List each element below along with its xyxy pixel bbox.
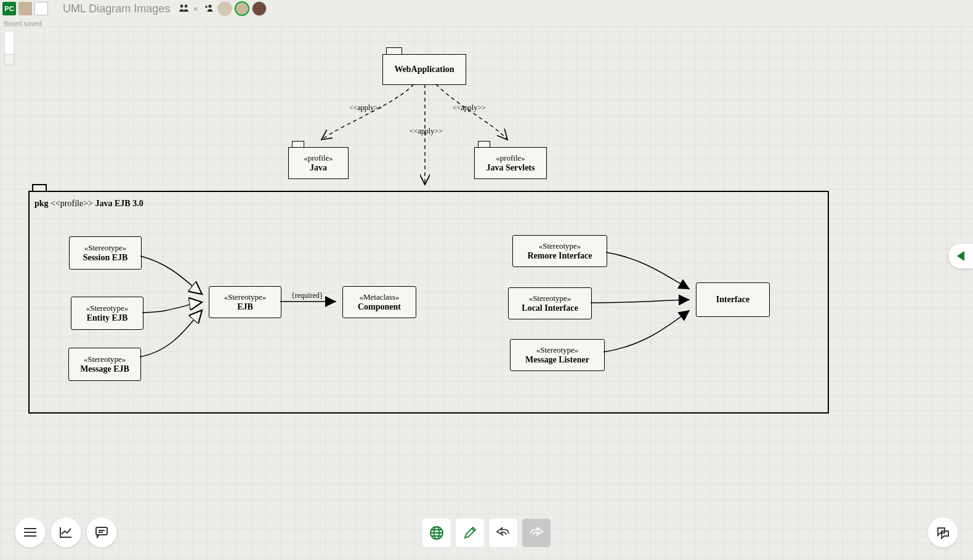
required-label: {required} — [291, 291, 323, 300]
message-listener-box[interactable]: «Stereotype» Message Listener — [510, 339, 605, 371]
local-interface-box[interactable]: «Stereotype» Local Interface — [508, 287, 592, 319]
bottom-left-toolbar — [15, 517, 117, 548]
pencil-icon — [462, 525, 478, 541]
comment-icon — [94, 526, 109, 539]
ejb-frame-label: pkg <<profile>> Java EJB 3.0 — [34, 199, 143, 209]
bottom-center-toolbar — [422, 518, 551, 548]
apply-label-2: <<apply>> — [410, 127, 443, 136]
servlets-profile[interactable]: «profile» Java Servlets — [474, 147, 547, 179]
globe-icon — [429, 525, 445, 541]
webapp-name: WebApplication — [394, 65, 454, 74]
canvas: WebApplication «profile» Java «profile» … — [0, 0, 973, 560]
undo-button[interactable] — [488, 518, 518, 548]
message-ejb-box[interactable]: «Stereotype» Message EJB — [68, 348, 141, 381]
session-ejb-box[interactable]: «Stereotype» Session EJB — [69, 236, 142, 270]
chat-icon — [935, 526, 950, 539]
interface-box[interactable]: Interface — [696, 282, 770, 317]
undo-icon — [495, 526, 511, 540]
redo-icon — [528, 526, 544, 540]
java-profile[interactable]: «profile» Java — [288, 147, 349, 179]
reveal-panel-button[interactable] — [948, 244, 973, 268]
redo-button[interactable] — [522, 518, 551, 548]
edit-button[interactable] — [455, 518, 485, 548]
remote-interface-box[interactable]: «Stereotype» Remore Interface — [512, 235, 607, 267]
triangle-left-icon — [956, 250, 966, 262]
java-stereo: «profile» — [304, 153, 333, 163]
bottom-right-toolbar — [927, 517, 958, 548]
lines-icon — [23, 526, 38, 538]
comment-tool-button[interactable] — [86, 517, 117, 548]
servlets-stereo: «profile» — [496, 153, 525, 163]
webapp-package[interactable]: WebApplication — [382, 54, 466, 85]
ejb-box[interactable]: «Stereotype» EJB — [209, 286, 281, 318]
java-name: Java — [310, 163, 327, 173]
public-button[interactable] — [422, 518, 451, 548]
apply-label-3: <<apply>> — [453, 103, 486, 113]
apply-label-1: <<apply>> — [349, 103, 382, 113]
chart-tool-button[interactable] — [50, 517, 81, 548]
servlets-name: Java Servlets — [486, 163, 535, 173]
lines-tool-button[interactable] — [15, 517, 46, 548]
entity-ejb-box[interactable]: «Stereotype» Entity EJB — [71, 297, 143, 330]
chart-icon — [59, 526, 73, 539]
chat-button[interactable] — [927, 517, 958, 548]
component-box[interactable]: «Metaclass» Component — [342, 286, 416, 318]
